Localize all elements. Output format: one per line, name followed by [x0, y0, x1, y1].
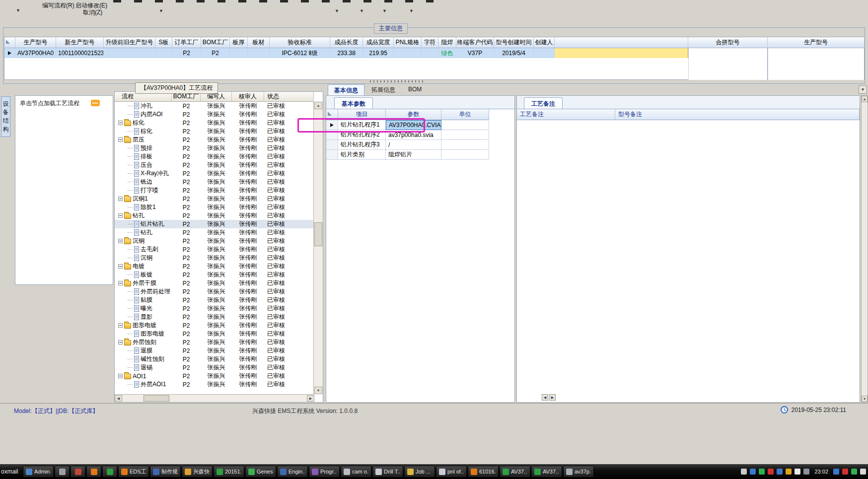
dropdown-arrow-icon[interactable]: ▼ — [159, 8, 163, 13]
main-column-header[interactable]: 型号创建时间 — [494, 37, 534, 48]
main-column-header[interactable]: 板厚 — [230, 37, 248, 48]
flow-tree-row[interactable]: 碱性蚀刻P2张振兴张传刚已审核 — [115, 355, 314, 363]
taskbar-button[interactable]: AV37... — [500, 466, 530, 478]
flow-tree-row[interactable]: 冲孔P2张振兴张传刚已审核 — [115, 102, 314, 110]
main-cell[interactable]: P2 — [172, 48, 201, 58]
taskbar-button[interactable]: 兴森快... — [182, 466, 213, 478]
taskbar-button[interactable]: 20151... — [214, 466, 244, 478]
flow-column-header[interactable]: 核审人 — [232, 92, 264, 102]
taskbar-button[interactable]: EDS工... — [118, 466, 149, 478]
flow-tree-row[interactable]: 内层AOIP2张振兴张传刚已审核 — [115, 110, 314, 119]
main-column-header[interactable]: 成品宽度 — [363, 37, 394, 48]
flow-tree-row[interactable]: 外层AOI1P2张振兴张传刚已审核 — [115, 380, 314, 389]
taskbar-button[interactable]: 61016... — [468, 466, 499, 478]
scroll-left-icon[interactable]: ◀ — [115, 395, 122, 402]
collapse-expander-icon[interactable] — [118, 323, 123, 328]
sync-icon[interactable] — [833, 469, 839, 475]
main-cell[interactable]: 233.38 — [330, 48, 363, 58]
main-cell[interactable] — [104, 48, 155, 58]
param-unit-cell[interactable] — [441, 120, 489, 130]
cancel-button[interactable]: 取消(Z) — [83, 8, 102, 17]
flow-tree-row[interactable]: 外层蚀刻P2张振兴张传刚已审核 — [115, 338, 314, 346]
printer-icon[interactable] — [741, 469, 747, 475]
scroll-thumb[interactable] — [144, 395, 169, 402]
param-item-cell[interactable]: 铝片钻孔程序3 — [338, 140, 386, 150]
flow-tree-row[interactable]: 棕化P2张振兴张传刚已审核 — [115, 127, 314, 136]
notes-horizontal-scroll[interactable]: ◀ ▶ — [542, 394, 556, 401]
main-column-header[interactable]: 验收标准 — [270, 37, 330, 48]
collapse-expander-icon[interactable] — [118, 340, 123, 344]
param-item-cell[interactable]: 铝片类别 — [338, 150, 386, 160]
main-cell[interactable] — [394, 48, 422, 58]
flow-tree-row[interactable]: 贴膜P2张振兴张传刚已审核 — [115, 296, 314, 304]
process-flow-title-tab[interactable]: 【AV37P00HA0】工艺流程 — [135, 82, 218, 94]
alert-icon[interactable] — [842, 469, 848, 475]
splitter-handle[interactable] — [370, 80, 425, 82]
collapse-expander-icon[interactable] — [118, 213, 123, 218]
flow-tree-row[interactable]: AOI1P2张振兴张传刚已审核 — [115, 372, 314, 380]
scroll-up-icon[interactable]: ▲ — [314, 102, 322, 109]
dropdown-arrow-icon[interactable]: ▼ — [360, 8, 364, 13]
flow-tree-row[interactable]: 外层前处理P2张振兴张传刚已审核 — [115, 287, 314, 296]
taskbar-button[interactable]: AV37... — [531, 466, 562, 478]
right-column-header[interactable]: 生产型号 — [768, 37, 865, 48]
right-column-header[interactable]: 合拼型号 — [688, 37, 768, 48]
taskbar-button[interactable] — [55, 466, 70, 478]
flow-tree-row[interactable]: 退锡P2张振兴张传刚已审核 — [115, 363, 314, 372]
dropdown-arrow-icon[interactable]: ▼ — [409, 8, 414, 13]
chat-icon[interactable] — [759, 469, 765, 475]
app-tray-icon[interactable] — [786, 469, 792, 475]
param-row[interactable]: 铝片类别阻焊铝片 — [326, 150, 514, 160]
main-cell[interactable]: 绿色 — [438, 48, 456, 58]
dropdown-arrow-icon[interactable]: ▼ — [335, 8, 339, 13]
taskbar-button[interactable]: Engin... — [277, 466, 308, 478]
main-column-header[interactable]: 升级前旧生产型号 — [104, 37, 155, 48]
select-all-header[interactable] — [4, 37, 15, 48]
update-icon[interactable] — [750, 469, 756, 475]
flow-column-header[interactable]: 状态 — [264, 92, 314, 102]
model-notes-column-header[interactable]: 型号备注 — [615, 109, 860, 120]
flow-tree-row[interactable]: 外层干膜P2张振兴张传刚已审核 — [115, 279, 314, 287]
scroll-down-icon[interactable]: ▼ — [862, 396, 868, 402]
process-notes-column-header[interactable]: 工艺备注 — [517, 109, 615, 120]
flow-horizontal-scrollbar[interactable]: ◀ ▶ — [115, 394, 314, 402]
panel-dropdown-icon[interactable]: ▼ — [859, 85, 867, 94]
dropdown-arrow-icon[interactable]: ▼ — [16, 8, 20, 13]
main-cell[interactable] — [230, 48, 248, 58]
main-cell[interactable]: IPC-6012 Ⅱ级 — [270, 48, 330, 58]
main-column-header[interactable]: 阻焊 — [438, 37, 456, 48]
taskbar-clock[interactable]: 23:02 — [812, 469, 830, 475]
collapse-expander-icon[interactable] — [118, 197, 123, 201]
flow-tree-row[interactable]: 图形电镀P2张振兴张传刚已审核 — [115, 321, 314, 330]
scroll-down-icon[interactable]: ▼ — [314, 387, 322, 394]
main-cell[interactable] — [422, 48, 438, 58]
main-column-header[interactable]: BOM工厂 — [201, 37, 230, 48]
main-cell[interactable]: P2 — [201, 48, 230, 58]
main-column-header[interactable]: 创建人 — [534, 37, 555, 48]
main-column-header[interactable]: 终端客户代码 — [456, 37, 494, 48]
flow-tree-row[interactable]: 板镀P2张振兴张传刚已审核 — [115, 271, 314, 279]
tab-extended-info[interactable]: 拓展信息 — [365, 84, 401, 95]
main-cell[interactable] — [248, 48, 270, 58]
flow-tree-row[interactable]: 沉铜P2张振兴张传刚已审核 — [115, 237, 314, 245]
flow-tree-row[interactable]: 排板P2张振兴张传刚已审核 — [115, 152, 314, 161]
flow-tree-row[interactable]: 钻孔P2张振兴张传刚已审核 — [115, 211, 314, 220]
main-column-header[interactable]: 字符 — [422, 37, 438, 48]
main-cell[interactable]: 219.95 — [363, 48, 394, 58]
main-column-header[interactable]: 成品长度 — [330, 37, 363, 48]
flow-tree-row[interactable]: 除胶1P2张振兴张传刚已审核 — [115, 203, 314, 211]
flow-tree-row[interactable]: 显影P2张振兴张传刚已审核 — [115, 313, 314, 321]
input-method-icon[interactable] — [860, 469, 866, 475]
collapse-expander-icon[interactable] — [118, 239, 123, 243]
flow-tree-row[interactable]: 图形电镀P2张振兴张传刚已审核 — [115, 330, 314, 338]
main-column-header[interactable]: 板材 — [248, 37, 270, 48]
param-value-cell[interactable]: 阻焊铝片 — [386, 150, 441, 160]
volume-icon[interactable] — [795, 469, 800, 475]
taskbar-button[interactable]: Progr... — [309, 466, 340, 478]
main-cell[interactable]: 10011000021523 — [56, 48, 104, 58]
flow-tree-row[interactable]: X-Ray冲孔P2张振兴张传刚已审核 — [115, 169, 314, 178]
security-icon[interactable] — [768, 469, 774, 475]
collapse-expander-icon[interactable] — [118, 281, 123, 285]
taskbar-button[interactable]: av37p... — [563, 466, 594, 478]
flow-vertical-scrollbar[interactable]: ▲ ▼ — [313, 102, 323, 394]
